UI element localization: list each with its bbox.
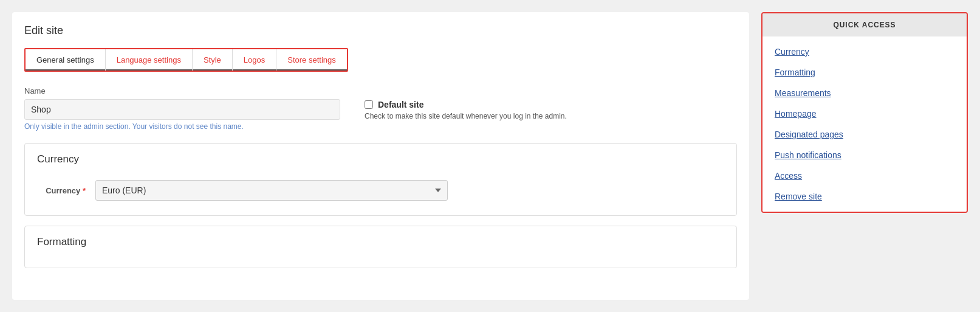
name-hint: Only visible in the admin section. Your …	[24, 122, 340, 131]
quick-access-item-homepage[interactable]: Homepage	[762, 103, 967, 124]
page-title: Edit site	[24, 24, 737, 37]
currency-card-title: Currency	[37, 153, 724, 165]
formatting-card-title: Formatting	[37, 236, 724, 248]
name-input[interactable]	[24, 99, 340, 120]
quick-access-list: Currency Formatting Measurements Homepag…	[762, 36, 967, 212]
tab-language-settings[interactable]: Language settings	[106, 49, 193, 71]
quick-access-item-currency[interactable]: Currency	[762, 41, 967, 62]
tab-logos[interactable]: Logos	[233, 49, 276, 71]
tab-style[interactable]: Style	[193, 49, 233, 71]
quick-access-item-push-notifications[interactable]: Push notifications	[762, 145, 967, 165]
quick-access-item-measurements[interactable]: Measurements	[762, 83, 967, 103]
name-field-group: Name Only visible in the admin section. …	[24, 86, 340, 131]
default-site-checkbox[interactable]	[365, 100, 373, 109]
formatting-card: Formatting	[24, 226, 737, 268]
name-label: Name	[24, 86, 340, 95]
quick-access-header: QUICK ACCESS	[762, 13, 967, 36]
quick-access-item-access[interactable]: Access	[762, 165, 967, 186]
currency-card: Currency Currency * Euro (EUR) US Dollar…	[24, 143, 737, 216]
tab-store-settings[interactable]: Store settings	[276, 49, 347, 71]
tabs-container: General settings Language settings Style…	[24, 48, 348, 72]
required-star: *	[83, 186, 86, 195]
quick-access-box: QUICK ACCESS Currency Formatting Measure…	[761, 12, 968, 213]
default-site-checkbox-row: Default site	[365, 100, 567, 109]
default-site-label: Default site	[378, 100, 423, 109]
quick-access-item-remove-site[interactable]: Remove site	[762, 186, 967, 207]
quick-access-item-formatting[interactable]: Formatting	[762, 62, 967, 83]
default-site-group: Default site Check to make this site def…	[365, 86, 567, 120]
tab-general-settings[interactable]: General settings	[26, 49, 106, 71]
currency-field-label: Currency *	[37, 186, 86, 195]
sidebar: QUICK ACCESS Currency Formatting Measure…	[761, 12, 968, 300]
currency-select[interactable]: Euro (EUR) US Dollar (USD) British Pound…	[95, 180, 448, 201]
quick-access-item-designated-pages[interactable]: Designated pages	[762, 124, 967, 145]
default-site-hint: Check to make this site default whenever…	[365, 112, 567, 120]
name-default-row: Name Only visible in the admin section. …	[24, 86, 737, 131]
currency-row: Currency * Euro (EUR) US Dollar (USD) Br…	[37, 175, 724, 206]
